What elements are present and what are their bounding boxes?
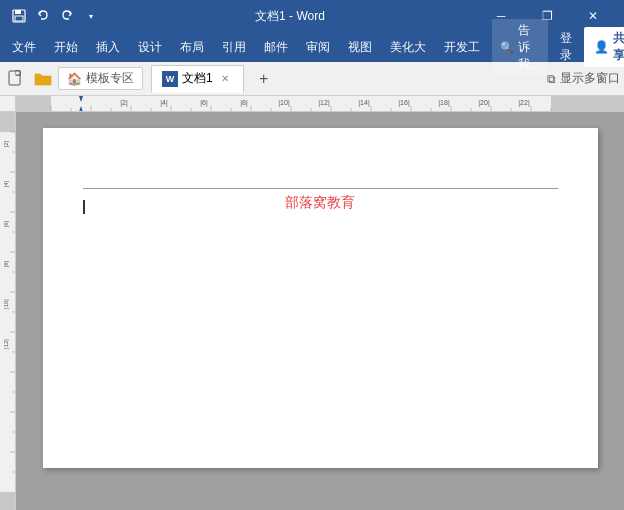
menu-review[interactable]: 审阅	[298, 35, 338, 60]
word-doc-icon: W	[162, 71, 178, 87]
home-icon: 🏠	[67, 72, 82, 86]
quick-access-toolbar: ▾	[8, 5, 102, 27]
menu-references[interactable]: 引用	[214, 35, 254, 60]
svg-text:|22|: |22|	[518, 99, 530, 107]
display-window-icon: ⧉	[547, 72, 556, 86]
document-text: 部落窝教育	[285, 194, 355, 210]
svg-rect-47	[0, 112, 16, 132]
share-person-icon: 👤	[594, 40, 609, 54]
svg-text:|12|: |12|	[318, 99, 330, 107]
ruler-corner	[0, 96, 16, 112]
svg-rect-49	[0, 492, 16, 510]
vertical-ruler-wrap: |2| |4| |6| |8| |10| |12|	[0, 112, 16, 510]
menu-mailing[interactable]: 邮件	[256, 35, 296, 60]
svg-text:|6|: |6|	[200, 99, 208, 107]
redo-button[interactable]	[56, 5, 78, 27]
svg-text:|8|: |8|	[240, 99, 248, 107]
doc1-tab[interactable]: W 文档1 ✕	[151, 65, 244, 93]
login-button[interactable]: 登录	[552, 27, 580, 67]
svg-rect-1	[15, 10, 21, 14]
svg-text:|2|: |2|	[120, 99, 128, 107]
display-window-button[interactable]: ⧉ 显示多窗口	[547, 70, 620, 87]
svg-text:|6|: |6|	[3, 220, 9, 227]
close-doc1-tab-button[interactable]: ✕	[217, 71, 233, 87]
share-button[interactable]: 👤 共享	[584, 27, 624, 67]
qat-dropdown-button[interactable]: ▾	[80, 5, 102, 27]
menu-layout[interactable]: 布局	[172, 35, 212, 60]
doc1-tab-label: 文档1	[182, 70, 213, 87]
document-page[interactable]: 部落窝教育	[43, 128, 598, 468]
svg-text:|20|: |20|	[478, 99, 490, 107]
menu-file[interactable]: 文件	[4, 35, 44, 60]
svg-text:|8|: |8|	[3, 260, 9, 267]
document-page-container: 部落窝教育	[16, 112, 624, 484]
menu-beautify[interactable]: 美化大	[382, 35, 434, 60]
svg-rect-5	[16, 96, 51, 111]
template-zone-tab[interactable]: 🏠 模板专区	[58, 67, 143, 90]
svg-text:|2|: |2|	[3, 140, 9, 147]
svg-text:|10|: |10|	[3, 299, 9, 309]
svg-text:|18|: |18|	[438, 99, 450, 107]
save-button[interactable]	[8, 5, 30, 27]
share-label: 共享	[613, 30, 624, 64]
search-icon: 🔍	[500, 41, 514, 54]
svg-text:|4|: |4|	[3, 180, 9, 187]
undo-button[interactable]	[32, 5, 54, 27]
new-document-button[interactable]	[4, 67, 28, 91]
menu-view[interactable]: 视图	[340, 35, 380, 60]
main-area: |2| |4| |6| |8| |10| |12| 部落窝教育	[0, 112, 624, 510]
document-scroll-area[interactable]: 部落窝教育	[16, 112, 624, 510]
tab-bar-left: 🏠 模板专区 W 文档1 ✕ +	[4, 65, 276, 93]
svg-rect-6	[551, 96, 624, 111]
svg-text:|16|: |16|	[398, 99, 410, 107]
svg-text:|4|: |4|	[160, 99, 168, 107]
folder-button[interactable]	[32, 68, 54, 90]
svg-text:|12|: |12|	[3, 339, 9, 349]
menu-design[interactable]: 设计	[130, 35, 170, 60]
menu-insert[interactable]: 插入	[88, 35, 128, 60]
display-window-label: 显示多窗口	[560, 70, 620, 87]
menu-developer[interactable]: 开发工	[436, 35, 488, 60]
ruler-container: |2| |4| |6| |8| |10| |12| |14| |16| |18|…	[0, 96, 624, 112]
svg-text:|10|: |10|	[278, 99, 290, 107]
tell-me-label: 告诉我...	[518, 22, 540, 73]
svg-text:|14|: |14|	[358, 99, 370, 107]
add-tab-button[interactable]: +	[252, 67, 276, 91]
menu-home[interactable]: 开始	[46, 35, 86, 60]
menu-bar: 文件 开始 插入 设计 布局 引用 邮件 审阅 视图 美化大 开发工 🔍 告诉我…	[0, 32, 624, 62]
horizontal-ruler: |2| |4| |6| |8| |10| |12| |14| |16| |18|…	[16, 96, 624, 112]
tell-me-input[interactable]: 🔍 告诉我...	[492, 19, 548, 76]
template-zone-label: 模板专区	[86, 70, 134, 87]
svg-rect-2	[15, 16, 23, 21]
window-title: 文档1 - Word	[102, 8, 478, 25]
